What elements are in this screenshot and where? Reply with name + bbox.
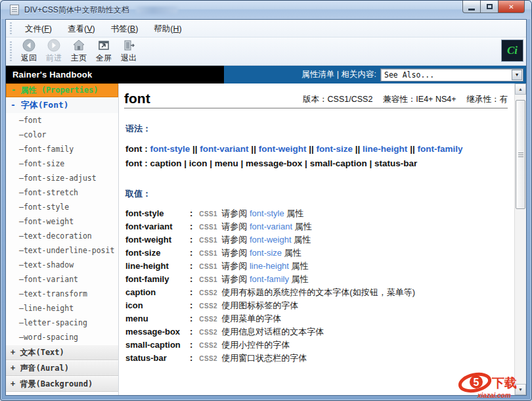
sidebar-item-text-decoration[interactable]: —text-decoration — [6, 229, 118, 243]
sidebar-item-font[interactable]: —font — [6, 113, 118, 128]
sidebar-item-font-weight[interactable]: —font-weight — [6, 214, 118, 229]
menu-item-f[interactable]: 文件(F) — [17, 22, 60, 36]
toolbar-button-back-arrow[interactable]: 返回 — [17, 39, 41, 64]
value-name: font-weight — [125, 235, 188, 244]
sidebar-item-letter-spacing[interactable]: —letter-spacing — [6, 316, 118, 330]
chevron-down-icon[interactable]: ▼ — [512, 70, 522, 80]
css-version-badge: CSS2 — [199, 356, 221, 362]
sidebar-item-text-shadow[interactable]: —text-shadow — [6, 258, 118, 272]
toolbar-button-forward-arrow[interactable]: 前进 — [42, 39, 66, 64]
value-description: 请参阅 font-family 属性 — [221, 275, 308, 283]
value-colon: : — [190, 288, 192, 296]
css-version-badge: CSS2 — [199, 342, 221, 349]
sidebar-item-font-variant[interactable]: —font-variant — [6, 272, 118, 287]
toolbar-button-exit[interactable]: 退出 — [117, 39, 141, 64]
syntax-text: || — [192, 144, 198, 154]
syntax-line-1: font : font-style || font-variant || fon… — [125, 144, 508, 154]
menu-gripper — [10, 22, 12, 34]
window-title: DIV+CSS简体中文帮助性文档 — [24, 5, 129, 16]
toolbar-button-fullscreen[interactable]: 全屏 — [92, 39, 116, 64]
value-name: icon — [125, 301, 188, 310]
value-name: menu — [125, 314, 188, 323]
sidebar-item-word-spacing[interactable]: —word-spacing — [6, 330, 118, 344]
sidebar-item-font-size-adjust[interactable]: —font-size-adjust — [6, 171, 118, 185]
sidebar-item-text-transform[interactable]: —text-transform — [6, 287, 118, 301]
value-name: status-bar — [125, 354, 188, 362]
property-link-font-variant[interactable]: font-variant — [250, 222, 292, 231]
value-row-font-family: font-family:CSS1请参阅 font-family 属性 — [125, 275, 508, 283]
svg-text:下载: 下载 — [491, 375, 517, 390]
content-pane: font 版本：CSS1/CSS2兼容性：IE4+ NS4+继承性：有 语法： … — [119, 83, 514, 395]
sidebar-item-font-stretch[interactable]: —font-stretch — [6, 185, 118, 200]
back-arrow-icon — [22, 39, 35, 53]
toolbar-button-label: 前进 — [46, 53, 62, 64]
minimize-button[interactable] — [462, 1, 481, 13]
sidebar-item-text-underline-posit[interactable]: —text-underline-posit — [6, 243, 118, 258]
syntax-link-font-weight[interactable]: font-weight — [259, 144, 307, 154]
svg-text:5: 5 — [474, 377, 479, 388]
property-meta: 版本：CSS1/CSS2兼容性：IE4+ NS4+继承性：有 — [303, 94, 508, 105]
scrollbar-thumb[interactable] — [516, 100, 525, 209]
css-version-badge: CSS1 — [199, 224, 221, 231]
scrollbar-track[interactable] — [515, 95, 526, 384]
main-area: Rainer's Handbook 属性清单 | 相关内容: See Also.… — [6, 66, 526, 395]
value-row-font-weight: font-weight:CSS1请参阅 font-weight 属性 — [125, 235, 508, 244]
fullscreen-icon — [97, 39, 110, 53]
sidebar-item-line-height[interactable]: —line-height — [6, 301, 118, 316]
vertical-scrollbar[interactable]: ▲ ▼ — [514, 83, 526, 395]
value-colon: : — [190, 275, 192, 283]
maximize-icon — [487, 4, 493, 9]
sidebar-item-color[interactable]: —color — [6, 128, 118, 142]
value-description: 请参阅 font-style 属性 — [221, 209, 303, 218]
syntax-text: || — [410, 144, 415, 154]
sidebar-item-font-style[interactable]: —font-style — [6, 200, 118, 214]
property-link-font-size[interactable]: font-size — [250, 248, 282, 258]
menu-item-v[interactable]: 查看(V) — [60, 22, 103, 36]
property-link-font-family[interactable]: font-family — [250, 274, 289, 284]
property-link-font-weight[interactable]: font-weight — [250, 235, 292, 245]
minimize-icon — [468, 9, 475, 11]
sidebar-item-properties[interactable]: - 属性 (Properties) — [6, 83, 118, 97]
close-button[interactable]: ✕ — [499, 1, 525, 13]
toolbar: 返回前进主页全屏退出 Ci — [6, 37, 526, 66]
value-row-menu: menu:CSS2使用菜单的字体 — [125, 314, 508, 323]
toolbar-button-home[interactable]: 主页 — [67, 39, 91, 64]
value-description: 使用窗口状态栏的字体 — [221, 354, 307, 362]
toolbar-gripper — [10, 41, 12, 60]
compat-label: 兼容性： — [383, 95, 416, 104]
sidebar-item-font-size[interactable]: —font-size — [6, 156, 118, 171]
value-colon: : — [190, 327, 192, 336]
value-description: 请参阅 font-weight 属性 — [221, 235, 311, 244]
syntax-link-font-style[interactable]: font-style — [150, 144, 190, 154]
menu-bar: 文件(F)查看(V)书签(B)帮助(H) — [6, 20, 526, 37]
value-row-font-style: font-style:CSS1请参阅 font-style 属性 — [125, 209, 508, 218]
sidebar-item-font-family[interactable]: —font-family — [6, 142, 118, 156]
brand-title: Rainer's Handbook — [6, 66, 224, 83]
syntax-link-font-variant[interactable]: font-variant — [200, 144, 248, 154]
property-link-font-style[interactable]: font-style — [250, 208, 284, 218]
css-version-badge: CSS1 — [199, 211, 221, 218]
value-colon: : — [190, 209, 192, 218]
scroll-up-icon[interactable]: ▲ — [515, 83, 526, 95]
maximize-button[interactable] — [481, 1, 499, 13]
sidebar-section-文本(text)[interactable]: + 文本(Text) — [6, 344, 118, 360]
sidebar-section-声音(aural)[interactable]: + 声音(Aural) — [6, 360, 118, 376]
see-also-dropdown[interactable]: See Also... ▼ — [380, 68, 523, 82]
sidebar-section-背景(background)[interactable]: + 背景(Background) — [6, 376, 118, 392]
syntax-link-font-family[interactable]: font-family — [417, 144, 462, 154]
inherit-label: 继承性： — [467, 95, 500, 104]
menu-item-b[interactable]: 书签(B) — [103, 22, 146, 36]
values-heading: 取值： — [125, 188, 508, 200]
value-name: small-caption — [125, 341, 188, 349]
page-title: font — [124, 91, 150, 105]
sidebar-tree: - 属性 (Properties) - 字体(Font) —font—color… — [6, 83, 119, 395]
css-version-badge: CSS1 — [199, 277, 221, 283]
syntax-link-font-size[interactable]: font-size — [317, 144, 353, 154]
syntax-link-line-height[interactable]: line-height — [363, 144, 407, 154]
sidebar-item-font-section[interactable]: - 字体(Font) — [6, 97, 118, 113]
value-name: message-box — [125, 327, 188, 336]
property-link-line-height[interactable]: line-height — [250, 261, 289, 271]
version-label: 版本： — [303, 95, 328, 104]
menu-item-h[interactable]: 帮助(H) — [146, 22, 189, 36]
header-nav: 属性清单 | 相关内容: See Also... ▼ — [224, 66, 526, 83]
